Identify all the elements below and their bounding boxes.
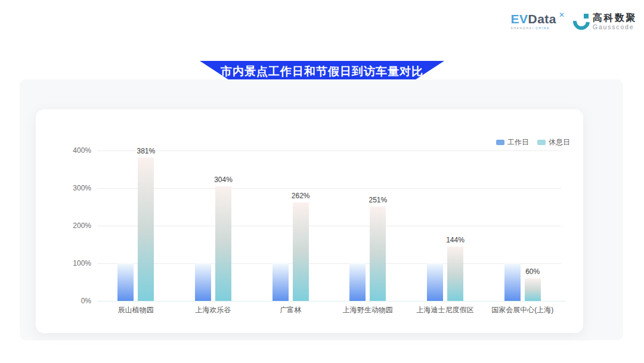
bar-value-label: 262%	[292, 192, 310, 200]
evdata-logo: EVData ✕ SHANGHAI CHINA	[510, 13, 565, 30]
x-axis-label: 国家会展中心(上海)	[491, 305, 553, 315]
bar-group: 381%辰山植物园	[117, 150, 154, 301]
grid-line	[97, 188, 561, 189]
bar-value-label: 381%	[137, 147, 155, 155]
gausscode-logo: 高科数聚 Gausscode	[573, 13, 637, 30]
bar-workday[interactable]	[504, 263, 521, 301]
y-axis-label: 200%	[58, 222, 91, 230]
bar-workday[interactable]	[117, 263, 134, 301]
x-axis-line	[97, 301, 566, 302]
bar-workday[interactable]	[349, 263, 366, 301]
y-axis-label: 400%	[58, 146, 91, 155]
grid-line	[97, 263, 561, 264]
bar-group: 251%上海野生动物园	[349, 150, 386, 301]
bar-workday[interactable]	[427, 263, 443, 301]
legend-label: 工作日	[507, 137, 529, 147]
grid-line	[97, 150, 561, 151]
bar-workday[interactable]	[195, 263, 211, 301]
legend-swatch	[537, 140, 546, 145]
bar-restday[interactable]	[215, 186, 231, 301]
y-axis-label: 100%	[58, 259, 91, 267]
legend-item[interactable]: 休息日	[537, 137, 570, 147]
chart-legend: 工作日休息日	[496, 137, 570, 147]
gausscode-name-cn: 高科数聚	[593, 13, 637, 23]
evdata-logo-subtitle: SHANGHAI CHINA	[510, 26, 556, 30]
bar-value-label: 251%	[369, 196, 387, 204]
x-axis-label: 辰山植物园	[118, 305, 154, 315]
x-axis-label: 上海迪士尼度假区	[417, 305, 474, 315]
y-axis-label: 0%	[58, 297, 91, 305]
bar-restday[interactable]	[138, 158, 154, 301]
bar-value-label: 60%	[525, 267, 540, 276]
x-axis-label: 广富林	[280, 305, 301, 315]
legend-label: 休息日	[549, 137, 570, 147]
bar-restday[interactable]	[370, 207, 386, 301]
bar-group: 262%广富林	[273, 150, 309, 301]
bar-workday[interactable]	[273, 263, 289, 301]
x-axis-label: 上海欢乐谷	[196, 305, 231, 315]
evdata-x-icon: ✕	[559, 11, 565, 19]
gausscode-name-en: Gausscode	[593, 24, 637, 30]
legend-item[interactable]: 工作日	[496, 137, 529, 147]
bar-group: 304%上海欢乐谷	[195, 150, 231, 301]
page: EVData ✕ SHANGHAI CHINA 高科数聚 Gausscode 市…	[0, 0, 644, 363]
evdata-logo-text: EVData	[510, 13, 556, 25]
grid-line	[97, 226, 561, 226]
bar-restday[interactable]	[447, 247, 463, 301]
bar-value-label: 144%	[446, 236, 465, 244]
plot-area: 0%100%200%300%400%381%辰山植物园304%上海欢乐谷262%…	[97, 150, 561, 301]
x-axis-label: 上海野生动物园	[343, 305, 393, 315]
bar-restday[interactable]	[293, 202, 309, 301]
bar-group: 60%国家会展中心(上海)	[504, 150, 541, 301]
chart-title: 市内景点工作日和节假日到访车量对比	[221, 64, 423, 79]
y-axis-label: 300%	[58, 184, 91, 192]
gausscode-icon	[573, 13, 590, 30]
bar-group: 144%上海迪士尼度假区	[427, 150, 463, 301]
header-logos: EVData ✕ SHANGHAI CHINA 高科数聚 Gausscode	[510, 13, 637, 30]
bar-value-label: 304%	[214, 176, 233, 184]
chart-card: 工作日休息日 0%100%200%300%400%381%辰山植物园304%上海…	[36, 109, 583, 333]
legend-swatch	[496, 140, 504, 145]
bar-restday[interactable]	[525, 278, 541, 301]
